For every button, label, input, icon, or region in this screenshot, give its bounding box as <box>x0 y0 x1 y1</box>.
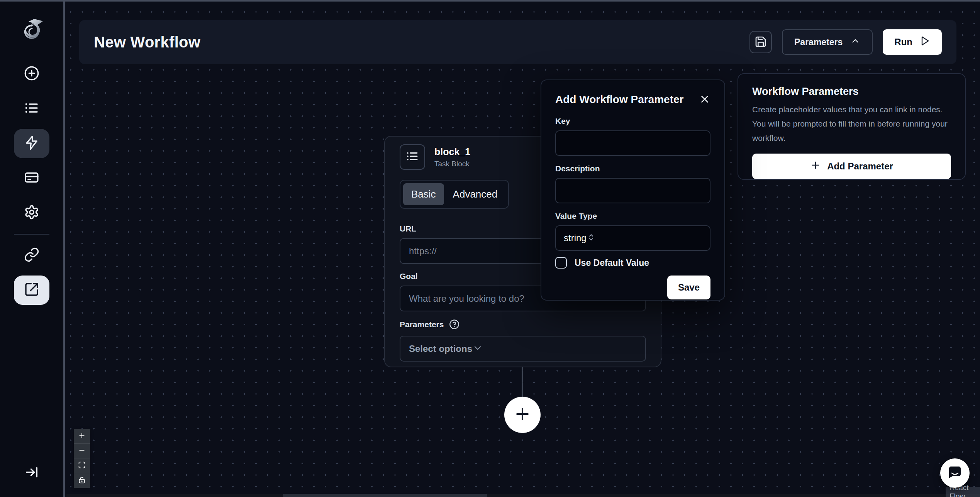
fit-view-button[interactable] <box>74 458 90 473</box>
app-root: New Workflow Parameters Run <box>0 0 980 497</box>
skyvern-dragon-logo[interactable] <box>18 15 46 44</box>
credit-card-icon <box>24 170 39 187</box>
external-link-icon <box>24 282 39 299</box>
add-parameter-label: Add Parameter <box>827 161 893 172</box>
panel-description: Create placeholder values that you can l… <box>752 102 951 145</box>
modal-close-button[interactable] <box>699 93 710 106</box>
flow-canvas[interactable]: New Workflow Parameters Run <box>66 2 980 497</box>
chat-launcher-button[interactable] <box>940 458 970 488</box>
add-parameter-button[interactable]: Add Parameter <box>752 154 951 179</box>
sidebar-item-billing[interactable] <box>14 164 49 193</box>
parameters-button-label: Parameters <box>794 37 843 47</box>
block-name: block_1 <box>434 146 470 157</box>
lock-icon <box>78 476 86 485</box>
use-default-label: Use Default Value <box>575 258 649 268</box>
sidebar-item-tasks[interactable] <box>14 129 49 158</box>
parameters-label: Parameters <box>400 320 444 329</box>
sidebar <box>0 2 65 497</box>
value-type-label: Value Type <box>555 211 710 221</box>
save-button[interactable]: Save <box>667 276 710 299</box>
zoom-in-button[interactable] <box>74 429 90 444</box>
zoom-in-icon <box>78 432 86 441</box>
list-icon <box>24 100 39 117</box>
block-icon-box <box>400 144 425 170</box>
scrollbar-thumb[interactable] <box>283 494 487 497</box>
chevrons-up-down-icon <box>587 233 596 243</box>
block-parameters-select[interactable]: Select options <box>400 336 646 362</box>
chevron-down-icon <box>472 343 483 355</box>
lightning-icon <box>24 135 39 152</box>
value-type-select[interactable]: string <box>555 225 710 251</box>
play-icon <box>919 36 930 49</box>
description-label: Description <box>555 164 710 173</box>
sidebar-item-settings[interactable] <box>14 198 49 228</box>
save-workflow-button[interactable] <box>749 31 772 53</box>
horizontal-scrollbar[interactable] <box>66 494 980 497</box>
value-type-selected: string <box>564 233 587 243</box>
zoom-out-icon <box>78 446 86 455</box>
plus-icon <box>810 160 821 173</box>
flow-controls <box>74 429 90 488</box>
select-placeholder: Select options <box>409 343 472 354</box>
add-block-button[interactable] <box>504 397 541 433</box>
link-icon <box>24 247 39 264</box>
lock-toggle-button[interactable] <box>74 473 90 488</box>
sidebar-item-runs[interactable] <box>14 94 49 123</box>
description-input[interactable] <box>555 178 710 203</box>
chevron-up-icon <box>850 36 860 48</box>
block-tabs: Basic Advanced <box>400 180 509 209</box>
floppy-disk-icon <box>754 36 767 49</box>
close-icon <box>699 100 710 106</box>
add-parameter-modal: Add Workflow Parameter Key Description V… <box>541 79 725 301</box>
chat-bubble-icon <box>946 464 963 482</box>
sidebar-collapse-button[interactable] <box>14 458 49 488</box>
modal-title: Add Workflow Parameter <box>555 93 683 106</box>
sidebar-item-workflows[interactable] <box>14 276 49 305</box>
zoom-out-button[interactable] <box>74 444 90 458</box>
gear-icon <box>24 205 39 221</box>
workflow-header: New Workflow Parameters Run <box>79 20 956 64</box>
list-icon <box>406 150 419 164</box>
parameters-toggle-button[interactable]: Parameters <box>782 29 873 55</box>
tab-basic[interactable]: Basic <box>403 183 444 205</box>
key-input[interactable] <box>555 130 710 156</box>
edge-connector <box>522 367 523 397</box>
tab-advanced[interactable]: Advanced <box>445 183 506 205</box>
run-button-label: Run <box>894 37 912 47</box>
workflow-parameters-panel: Workflow Parameters Create placeholder v… <box>738 73 966 180</box>
sidebar-divider <box>14 234 49 235</box>
help-circle-icon[interactable] <box>449 319 459 330</box>
block-type-label: Task Block <box>434 160 470 168</box>
plus-icon <box>513 405 532 425</box>
sidebar-item-integrations[interactable] <box>14 241 49 270</box>
plus-circle-icon <box>24 66 39 83</box>
fit-view-icon <box>78 461 86 470</box>
key-label: Key <box>555 117 710 126</box>
sidebar-item-create[interactable] <box>14 59 49 89</box>
arrow-right-to-line-icon <box>24 465 39 482</box>
use-default-checkbox[interactable] <box>555 257 567 269</box>
react-flow-attribution[interactable]: React Flow <box>946 487 980 497</box>
run-workflow-button[interactable]: Run <box>883 29 942 55</box>
page-title: New Workflow <box>94 34 200 51</box>
panel-title: Workflow Parameters <box>752 86 951 98</box>
